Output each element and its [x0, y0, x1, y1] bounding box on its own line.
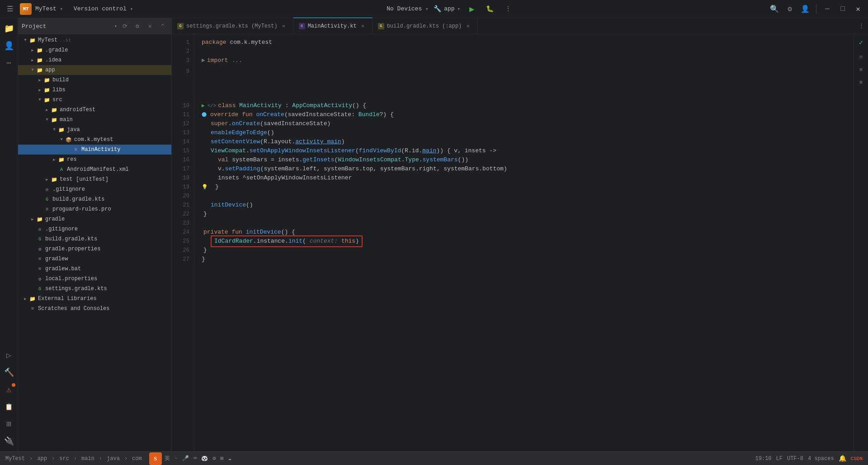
project-name-dropdown-icon[interactable]: ▾ [60, 6, 63, 12]
gear-icon[interactable]: ⚙ [132, 21, 142, 31]
tree-item-local-properties[interactable]: ▶ ⚙ local.properties [18, 274, 171, 284]
tree-item-build[interactable]: ▶ 📁 build [18, 75, 171, 85]
hamburger-menu-icon[interactable]: ☰ [4, 3, 16, 15]
tree-item-res[interactable]: ▶ 📁 res [18, 155, 171, 164]
tree-item-name: build.gradle.kts [45, 236, 97, 242]
more-run-options-button[interactable]: ⋮ [502, 3, 514, 15]
notifications-icon[interactable]: 🔔 [837, 452, 848, 465]
hide-panel-icon[interactable]: ⌃ [158, 21, 168, 31]
folder-icon: 📁 [51, 176, 58, 183]
app-dropdown-icon[interactable]: ▾ [458, 6, 460, 12]
code-content[interactable]: package com.k.mytest ▶import ... ▶ </> c… [194, 34, 854, 451]
input-keyboard-icon[interactable]: ⌨ [192, 452, 198, 465]
status-java-item[interactable]: java [105, 452, 122, 465]
sync-icon[interactable]: ⟳ [120, 21, 130, 31]
input-more-icon[interactable]: ⊞ [218, 452, 225, 465]
search-everywhere-icon[interactable]: 🔍 [768, 3, 781, 15]
sidebar-item-terminal[interactable]: ⊞ [1, 416, 17, 432]
tree-arrow: ▶ [29, 216, 36, 223]
tab-main-activity[interactable]: K MainActivity.kt ✕ [293, 18, 373, 34]
sidebar-item-project[interactable]: 📁 [1, 20, 17, 37]
sidebar-item-git[interactable]: 📋 [1, 399, 17, 415]
column-icon[interactable]: ⊠ [855, 76, 868, 89]
encoding[interactable]: UTF-8 [785, 452, 805, 465]
indent-settings[interactable]: 4 spaces [806, 452, 836, 465]
minimize-button[interactable]: — [821, 3, 834, 15]
input-english-icon[interactable]: 英 [163, 452, 172, 465]
line-separator[interactable]: LF [774, 452, 784, 465]
tree-item-gitignore-app[interactable]: ▶ ⊙ .gitignore [18, 184, 171, 194]
status-project-item[interactable]: MyTest [4, 452, 27, 465]
status-src-item[interactable]: src [57, 452, 71, 465]
settings-icon[interactable]: ⚙ [783, 3, 796, 15]
tree-item-package[interactable]: ▼ 📦 com.k.mytest [18, 135, 171, 145]
diff-icon[interactable]: ⊞ [855, 63, 868, 76]
cursor-position[interactable]: 19:10 [754, 452, 774, 465]
tab-close-icon[interactable]: ✕ [280, 23, 288, 30]
status-com-item[interactable]: com [130, 452, 144, 465]
tree-item-external-libs[interactable]: ▶ 📁 External Libraries [18, 294, 171, 304]
status-app-item[interactable]: app [35, 452, 49, 465]
tab-build-gradle[interactable]: G build.gradle.kts (:app) ✕ [373, 18, 478, 34]
input-settings-icon[interactable]: ⚙ [211, 452, 217, 465]
sidebar-item-plugins[interactable]: 🔌 [1, 433, 17, 449]
sidebar-item-run[interactable]: ▷ [1, 347, 17, 363]
tree-item-manifest[interactable]: ▶ A AndroidManifest.xml [18, 164, 171, 174]
input-dot-icon[interactable]: · [173, 452, 179, 465]
account-icon[interactable]: 👤 [799, 3, 811, 15]
minimap-icon[interactable]: ⊟ [855, 51, 868, 63]
input-mic-icon[interactable]: 🎤 [180, 452, 191, 465]
input-method-bar: S 英 · 🎤 ⌨ 🐼 ⚙ ⊞ ☁ [149, 452, 233, 465]
app-config-label[interactable]: app [444, 5, 454, 12]
tree-item-androidtest[interactable]: ▶ 📁 androidTest [18, 105, 171, 115]
tree-item-gitignore[interactable]: ▶ ⊙ .gitignore [18, 224, 171, 234]
status-com-label: com [132, 456, 142, 462]
tree-item-main[interactable]: ▼ 📁 main [18, 115, 171, 125]
sidebar-item-notifications[interactable]: ⚠ [1, 381, 17, 398]
breadcrumb-separator: › [124, 456, 127, 462]
line-num: 1 [172, 38, 194, 47]
tree-item-gradlew-bat[interactable]: ▶ ≡ gradlew.bat [18, 264, 171, 274]
tree-item-app[interactable]: ▼ 📁 app [18, 65, 171, 75]
tree-item-gradle-hidden[interactable]: ▶ 📁 .gradle [18, 45, 171, 55]
debug-button[interactable]: 🐛 [484, 3, 496, 15]
sidebar-item-find[interactable]: 👤 [1, 38, 17, 54]
close-button[interactable]: ✕ [852, 3, 864, 15]
tab-close-icon[interactable]: ✕ [359, 23, 367, 30]
close-panel-icon[interactable]: ✕ [145, 21, 155, 31]
project-dropdown-icon[interactable]: ▾ [114, 23, 117, 29]
input-emoji-icon[interactable]: 🐼 [199, 452, 210, 465]
tree-item-gradlew[interactable]: ▶ ≡ gradlew [18, 254, 171, 264]
code-line-27: } [202, 255, 854, 264]
tab-close-icon[interactable]: ✕ [464, 23, 472, 30]
tree-item-buildgradle-app[interactable]: ▶ G build.gradle.kts [18, 194, 171, 204]
line-num: 17 [172, 164, 194, 174]
run-button[interactable]: ▶ [466, 3, 478, 15]
input-s-icon[interactable]: S [149, 452, 162, 465]
tree-item-proguard[interactable]: ▶ ≡ proguard-rules.pro [18, 204, 171, 214]
tree-item-src[interactable]: ▼ 📁 src [18, 95, 171, 105]
project-name-label[interactable]: MyTest [35, 5, 57, 12]
tree-item-settings-gradle[interactable]: ▶ G settings.gradle.kts [18, 284, 171, 294]
no-devices-label[interactable]: No Devices [387, 5, 422, 12]
tree-item-java[interactable]: ▼ 📁 java [18, 125, 171, 135]
tree-item-gradle-properties[interactable]: ▶ ⚙ gradle.properties [18, 244, 171, 254]
tree-item-root[interactable]: ▼ 📁 MyTest ..st [18, 35, 171, 45]
no-devices-dropdown-icon[interactable]: ▾ [425, 6, 428, 12]
sidebar-item-more[interactable]: ⋯ [1, 55, 17, 71]
tree-item-buildgradle-root[interactable]: ▶ G build.gradle.kts [18, 234, 171, 244]
maximize-button[interactable]: □ [836, 3, 849, 15]
status-main-item[interactable]: main [80, 452, 96, 465]
sidebar-item-build[interactable]: 🔨 [1, 364, 17, 380]
tree-item-libs[interactable]: ▶ 📁 libs [18, 85, 171, 95]
tree-item-idea[interactable]: ▶ 📁 .idea [18, 55, 171, 65]
tree-item-test[interactable]: ▶ 📁 test [unitTest] [18, 174, 171, 184]
csdn-icon[interactable]: CSDN [849, 452, 864, 465]
tree-item-scratches[interactable]: ▶ ≡ Scratches and Consoles [18, 304, 171, 314]
version-control-label[interactable]: Version control [74, 5, 127, 12]
tree-item-mainactivity[interactable]: ▶ K MainActivity [18, 145, 171, 155]
input-cloud-icon[interactable]: ☁ [226, 452, 233, 465]
tab-settings-gradle[interactable]: G settings.gradle.kts (MyTest) ✕ [172, 18, 293, 34]
tree-item-gradle-folder[interactable]: ▶ 📁 gradle [18, 214, 171, 224]
tabs-more-button[interactable]: ⋮ [855, 18, 868, 34]
